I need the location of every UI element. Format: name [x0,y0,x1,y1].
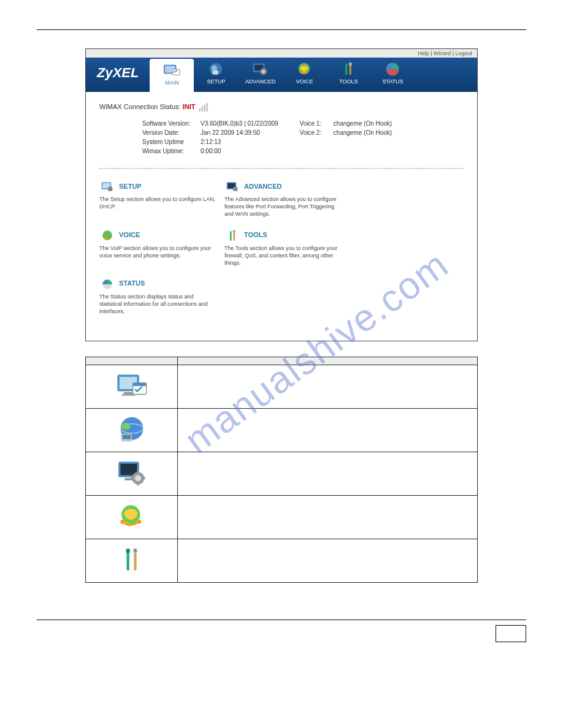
card-title: ADVANCED [244,183,282,190]
svg-point-41 [135,476,141,482]
card-setup[interactable]: SETUP The Setup section allows you to co… [99,180,216,218]
section-divider [99,168,464,169]
nav-voice-label: VOICE [282,78,326,85]
card-status[interactable]: STATUS The Status section displays statu… [99,278,216,315]
card-advanced[interactable]: ADVANCED The Advanced section allows you… [224,180,341,218]
card-desc: The Advanced section allows you to confi… [224,195,341,218]
brand-logo: ZyXEL [86,58,150,92]
svg-point-9 [262,70,266,74]
advanced-card-icon [224,180,240,194]
card-title: SETUP [119,183,142,190]
info-label: Version Date: [142,129,201,136]
icon-reference-table [85,357,478,583]
router-admin-screenshot: Help | Wizard | Logout ZyXEL MAIN SETUP … [85,48,478,341]
card-title: STATUS [119,279,145,287]
logout-link[interactable]: Logout [455,50,472,56]
svg-rect-11 [346,64,348,75]
svg-rect-4 [213,70,218,75]
section-cards: SETUP The Setup section allows you to co… [99,180,464,326]
nav-tools[interactable]: TOOLS [326,58,370,92]
setup-card-icon [99,180,115,194]
table-row [86,452,178,496]
main-big-icon [115,371,148,401]
main-icon [163,63,181,78]
info-value: 2:12:13 [201,138,221,145]
nav-tools-label: TOOLS [326,78,370,85]
signal-bars-icon [199,103,209,112]
card-title: VOICE [119,231,140,238]
svg-rect-2 [173,69,180,75]
table-row [86,409,178,452]
status-value: INIT [183,103,196,110]
svg-rect-29 [121,395,135,396]
tools-card-icon [224,229,240,243]
svg-rect-51 [134,553,136,571]
info-col-left: Software Version:V3.60(BIK.0)b3 | 01/22/… [142,119,278,156]
svg-point-47 [120,520,124,524]
nav-advanced[interactable]: ADVANCED [238,58,282,92]
card-voice[interactable]: VOICE The VoIP section allows you to con… [99,229,216,267]
svg-point-13 [349,63,353,66]
svg-rect-45 [142,477,145,479]
help-link[interactable]: Help [418,50,429,56]
connection-status: WiMAX Connection Status: INIT [99,103,464,112]
info-col-right: Voice 1:changeme (On Hook) Voice 2:chang… [300,119,393,156]
nav-status-label: STATUS [370,78,415,85]
content-panel: WiMAX Connection Status: INIT Software V… [86,92,477,341]
svg-point-48 [137,520,141,524]
status-prefix: WiMAX Connection Status: [99,103,183,110]
svg-rect-31 [132,383,146,386]
svg-rect-22 [230,231,231,241]
nav-main[interactable]: MAIN [150,59,194,92]
table-row [86,496,178,539]
info-label: Wimax Uptime: [142,148,201,154]
svg-rect-44 [131,477,134,479]
info-value: changeme (On Hook) [334,129,393,136]
svg-rect-28 [123,392,132,394]
nav-main-label: MAIN [150,80,194,86]
status-icon [383,61,402,77]
nav-voice[interactable]: VOICE [282,58,326,92]
svg-rect-50 [126,549,129,553]
advanced-icon [251,61,269,77]
svg-point-34 [121,423,130,430]
card-desc: The Tools section allows you to configur… [224,245,341,267]
info-value: V3.60(BIK.0)b3 | 01/22/2009 [201,120,278,127]
system-info: Software Version:V3.60(BIK.0)b3 | 01/22/… [142,119,464,156]
card-desc: The VoIP section allows you to configure… [99,245,216,259]
wizard-link[interactable]: Wizard [434,50,451,56]
nav-setup[interactable]: SETUP [194,58,238,92]
card-desc: The Status section displays status and s… [99,293,216,315]
table-row [86,365,178,409]
tools-icon [339,61,358,77]
info-label: Voice 1: [300,120,334,127]
nav-status[interactable]: STATUS [370,58,415,92]
status-card-icon [99,278,115,291]
svg-point-17 [108,186,113,191]
voice-card-icon [99,229,115,243]
voice-icon [295,61,313,77]
brand-text: ZyXEL [97,65,139,80]
nav-advanced-label: ADVANCED [238,78,282,85]
nav-setup-label: SETUP [194,78,238,85]
top-links: Help | Wizard | Logout [86,49,477,58]
info-label: Software Version: [142,120,201,127]
svg-point-5 [212,66,217,71]
tools-big-icon [115,545,148,575]
info-value: changeme (On Hook) [334,120,393,127]
card-desc: The Setup section allows you to configur… [99,195,216,210]
info-value: Jan 22 2009 14:39:50 [201,129,260,136]
svg-point-52 [133,550,136,553]
info-value: 0:00:00 [201,148,221,154]
card-tools[interactable]: TOOLS The Tools section allows you to co… [224,229,341,267]
info-label: Voice 2: [300,129,334,136]
table-row [86,539,178,583]
main-navbar: ZyXEL MAIN SETUP ADVANCED VOICE TOOLS ST… [86,58,477,92]
svg-rect-36 [122,435,131,440]
card-title: TOOLS [244,231,267,238]
svg-point-20 [233,186,238,191]
advanced-big-icon [115,458,148,488]
setup-icon [207,61,225,77]
svg-rect-42 [137,471,139,474]
svg-rect-43 [137,483,139,486]
